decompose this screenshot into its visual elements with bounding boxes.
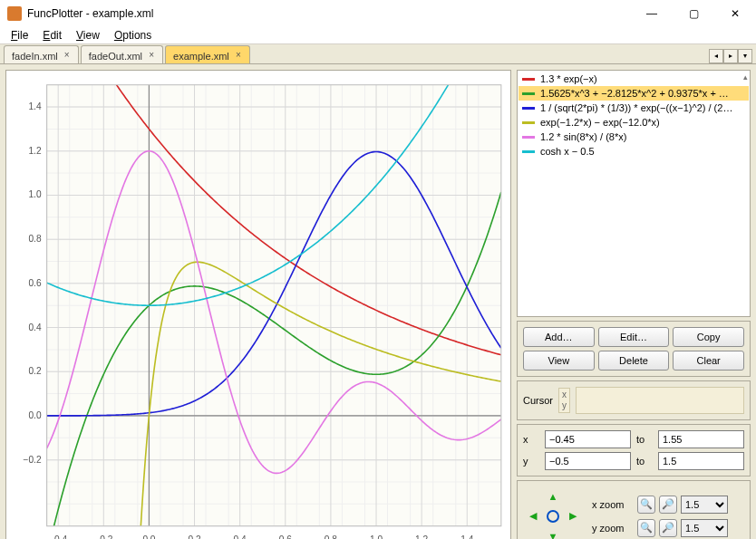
svg-text:−0.4: −0.4 <box>49 534 67 539</box>
maximize-button[interactable]: ▢ <box>673 0 714 27</box>
legend-item[interactable]: 1.3 * exp(−x) <box>519 72 749 86</box>
legend-item[interactable]: 1.5625*x^3 + −2.8125*x^2 + 0.9375*x + … <box>519 86 749 101</box>
svg-text:1.2: 1.2 <box>28 146 41 156</box>
x-zoom-select[interactable]: 1.5 <box>681 496 728 514</box>
tab-label: example.xml <box>173 51 229 62</box>
y-label: y <box>523 456 539 467</box>
pan-dpad: ▲ ◀ ▶ ▼ <box>523 486 583 539</box>
close-icon[interactable]: × <box>233 51 244 62</box>
y-min-input[interactable] <box>545 452 631 470</box>
svg-text:−0.2: −0.2 <box>94 534 112 539</box>
titlebar: FuncPlotter - example.xml — ▢ ✕ <box>0 0 756 27</box>
svg-text:0.6: 0.6 <box>279 534 292 539</box>
menu-options[interactable]: Options <box>109 27 157 43</box>
legend-label: 1 / (sqrt(2*pi) * (1/3)) * exp(−((x−1)^2… <box>540 102 732 113</box>
app-icon <box>7 6 22 21</box>
tab-example[interactable]: example.xml × <box>165 45 250 63</box>
menu-view[interactable]: View <box>71 27 105 43</box>
legend-item[interactable]: 1 / (sqrt(2*pi) * (1/3)) * exp(−((x−1)^2… <box>519 101 749 115</box>
x-label: x <box>523 434 539 445</box>
menubar: File Edit View Options <box>0 27 756 44</box>
edit-button[interactable]: Edit… <box>598 327 670 347</box>
view-button[interactable]: View <box>523 351 595 371</box>
svg-text:0.2: 0.2 <box>188 534 200 539</box>
legend-scroll-up-icon[interactable]: ▴ <box>743 72 748 82</box>
x-zoom-label: x zoom <box>592 499 634 510</box>
cursor-axis-labels: xy <box>558 388 570 413</box>
svg-text:1.4: 1.4 <box>28 101 41 111</box>
tab-label: fadeOut.xml <box>89 51 142 62</box>
legend-swatch <box>522 78 535 81</box>
legend-swatch <box>522 136 535 139</box>
tabs: fadeIn.xml × fadeOut.xml × example.xml ×… <box>0 44 756 64</box>
close-icon[interactable]: × <box>62 51 73 62</box>
delete-button[interactable]: Delete <box>598 351 670 371</box>
function-buttons: Add… Edit… Copy View Delete Clear <box>517 321 751 377</box>
svg-text:1.0: 1.0 <box>28 189 41 199</box>
svg-text:0.2: 0.2 <box>28 366 41 376</box>
pan-left-button[interactable]: ◀ <box>523 506 543 526</box>
legend-item[interactable]: cosh x − 0.5 <box>519 144 749 159</box>
copy-button[interactable]: Copy <box>673 327 744 347</box>
svg-text:0.8: 0.8 <box>28 234 41 244</box>
x-min-input[interactable] <box>545 430 631 448</box>
cursor-label: Cursor <box>523 395 553 406</box>
tab-fadein[interactable]: fadeIn.xml × <box>4 45 79 63</box>
tab-fadeout[interactable]: fadeOut.xml × <box>81 45 163 63</box>
cursor-value <box>576 387 744 414</box>
y-zoom-in-button[interactable]: 🔍 <box>637 519 655 537</box>
close-icon[interactable]: × <box>146 51 157 62</box>
close-button[interactable]: ✕ <box>714 0 756 27</box>
legend-label: 1.5625*x^3 + −2.8125*x^2 + 0.9375*x + … <box>540 88 729 99</box>
svg-text:0.0: 0.0 <box>142 534 155 539</box>
tab-next-button[interactable]: ▸ <box>723 49 738 63</box>
minimize-button[interactable]: — <box>631 0 673 27</box>
svg-text:1.0: 1.0 <box>370 534 383 539</box>
zoom-panel: ▲ ◀ ▶ ▼ x zoom 🔍 🔎 1.5 <box>517 480 751 539</box>
legend-swatch <box>522 107 535 110</box>
legend-swatch <box>522 92 535 95</box>
pan-down-button[interactable]: ▼ <box>543 526 563 539</box>
pan-up-button[interactable]: ▲ <box>543 486 563 506</box>
pan-center-button[interactable] <box>543 506 563 526</box>
y-zoom-select[interactable]: 1.5 <box>681 519 728 537</box>
svg-text:0.6: 0.6 <box>28 278 41 288</box>
y-max-input[interactable] <box>658 452 744 470</box>
legend-label: cosh x − 0.5 <box>540 146 595 157</box>
y-zoom-out-button[interactable]: 🔎 <box>659 519 677 537</box>
add-button[interactable]: Add… <box>523 327 595 347</box>
svg-text:0.4: 0.4 <box>28 322 41 332</box>
legend-label: 1.2 * sin(8*x) / (8*x) <box>540 131 626 142</box>
cursor-panel: Cursor xy <box>517 380 751 420</box>
svg-text:0.8: 0.8 <box>325 534 337 539</box>
pan-right-button[interactable]: ▶ <box>563 506 583 526</box>
y-zoom-label: y zoom <box>592 523 634 534</box>
tab-label: fadeIn.xml <box>12 51 58 62</box>
x-zoom-in-button[interactable]: 🔍 <box>637 496 655 514</box>
svg-text:1.2: 1.2 <box>415 534 428 539</box>
to-label: to <box>636 456 653 467</box>
range-panel: x to y to <box>517 424 751 476</box>
menu-file[interactable]: File <box>5 27 34 43</box>
legend-item[interactable]: exp(−1.2*x) − exp(−12.0*x) <box>519 115 749 130</box>
menu-edit[interactable]: Edit <box>37 27 67 43</box>
window-title: FuncPlotter - example.xml <box>27 7 631 20</box>
legend-item[interactable]: 1.2 * sin(8*x) / (8*x) <box>519 130 749 144</box>
legend-swatch <box>522 121 535 124</box>
x-max-input[interactable] <box>658 430 744 448</box>
tab-menu-button[interactable]: ▾ <box>738 49 752 63</box>
to-label: to <box>636 434 653 445</box>
legend[interactable]: ▴ 1.3 * exp(−x)1.5625*x^3 + −2.8125*x^2 … <box>517 70 751 317</box>
svg-text:−0.2: −0.2 <box>24 455 42 465</box>
svg-text:0.4: 0.4 <box>234 534 247 539</box>
plot-area[interactable]: −0.4−0.20.00.20.40.60.81.01.21.4−0.20.00… <box>5 70 511 539</box>
x-zoom-out-button[interactable]: 🔎 <box>659 496 677 514</box>
plot-canvas: −0.4−0.20.00.20.40.60.81.01.21.4−0.20.00… <box>6 71 510 539</box>
tab-prev-button[interactable]: ◂ <box>709 49 723 63</box>
svg-text:1.4: 1.4 <box>460 534 473 539</box>
clear-button[interactable]: Clear <box>673 351 744 371</box>
legend-label: 1.3 * exp(−x) <box>540 73 597 84</box>
svg-text:0.0: 0.0 <box>28 410 41 420</box>
legend-label: exp(−1.2*x) − exp(−12.0*x) <box>540 117 660 128</box>
legend-swatch <box>522 150 535 153</box>
